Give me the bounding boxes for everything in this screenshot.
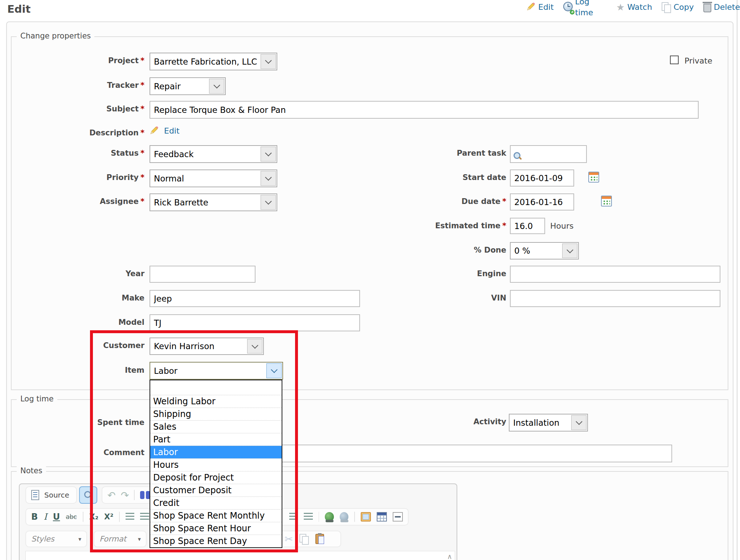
item-dropdown-option[interactable]: Shipping xyxy=(150,408,282,420)
unlink-icon[interactable] xyxy=(340,512,348,522)
bulleted-list-icon[interactable] xyxy=(140,513,149,521)
subject-label: Subject* xyxy=(21,105,144,113)
start-date-input[interactable] xyxy=(510,169,574,187)
horizontal-rule-icon[interactable] xyxy=(393,512,403,522)
calendar-icon[interactable] xyxy=(601,196,612,207)
item-dropdown-option[interactable]: Deposit for Project xyxy=(150,471,282,484)
source-button[interactable]: Source xyxy=(25,486,77,504)
comment-label: Comment xyxy=(21,448,144,457)
item-dropdown-option[interactable]: Part xyxy=(150,433,282,446)
strikethrough-button[interactable]: abc xyxy=(66,513,77,520)
customer-label: Customer xyxy=(21,341,144,350)
action-link-label: Log time xyxy=(575,0,607,18)
vin-input[interactable] xyxy=(510,290,720,307)
notes-editor-content[interactable] xyxy=(25,551,455,560)
find-icon[interactable] xyxy=(140,491,151,499)
delete-action-link[interactable]: Delete xyxy=(703,2,740,13)
styles-combo-label: Styles xyxy=(31,535,54,543)
undo-icon[interactable]: ↶ xyxy=(107,490,116,500)
item-dropdown-option[interactable]: Credit xyxy=(150,496,282,509)
item-dropdown-list: Welding LaborShippingSalesPartLaborHours… xyxy=(150,380,282,548)
item-dropdown-option[interactable]: Shop Space Rent Hour xyxy=(150,522,282,535)
item-dropdown-option[interactable]: Welding Labor xyxy=(150,395,282,408)
activity-select[interactable]: Installation xyxy=(509,414,588,432)
item-dropdown-option[interactable] xyxy=(150,380,282,395)
copy-action-link[interactable]: Copy xyxy=(662,2,694,13)
scroll-up-icon[interactable]: ∧ xyxy=(447,552,452,560)
table-icon[interactable] xyxy=(377,512,387,522)
priority-select[interactable]: Normal xyxy=(150,169,277,187)
priority-select-value: Normal xyxy=(150,174,260,183)
italic-button[interactable]: I xyxy=(44,512,47,522)
item-dropdown-option[interactable]: Shop Space Rent Monthly xyxy=(150,509,282,522)
engine-input[interactable] xyxy=(510,266,720,283)
item-dropdown-option[interactable]: Customer Deposit xyxy=(150,484,282,496)
change-properties-legend: Change properties xyxy=(17,32,94,40)
toolbar-divider xyxy=(83,512,83,522)
source-button-label: Source xyxy=(44,491,69,499)
watch-action-link[interactable]: ★ Watch xyxy=(616,2,652,13)
item-label: Item xyxy=(21,366,144,375)
status-label: Status* xyxy=(21,149,144,158)
superscript-button[interactable]: X² xyxy=(104,512,113,521)
image-icon[interactable] xyxy=(361,512,371,522)
chevron-down-icon[interactable] xyxy=(209,79,224,94)
numbered-list-icon[interactable] xyxy=(126,513,134,521)
model-input[interactable] xyxy=(150,314,360,331)
item-dropdown-option[interactable]: Labor xyxy=(150,446,282,458)
justify-icon[interactable] xyxy=(289,513,298,521)
cut-icon[interactable]: ✂ xyxy=(285,533,293,545)
item-dropdown-option[interactable]: Shop Space Rent Day xyxy=(150,535,282,547)
activity-label: Activity xyxy=(383,417,506,426)
make-input[interactable] xyxy=(150,290,360,307)
project-select-value: Barrette Fabrication, LLC xyxy=(150,57,260,66)
tracker-select[interactable]: Repair xyxy=(150,77,226,95)
styles-combo[interactable]: Styles ▾ xyxy=(25,531,87,547)
year-input[interactable] xyxy=(150,266,255,283)
underline-button[interactable]: U xyxy=(53,512,60,522)
chevron-down-icon[interactable] xyxy=(571,415,586,430)
action-link-label: Watch xyxy=(627,2,652,13)
priority-label: Priority* xyxy=(21,173,144,182)
year-label: Year xyxy=(21,269,144,278)
item-dropdown-option[interactable]: Hours xyxy=(150,458,282,471)
chevron-down-icon[interactable] xyxy=(261,171,276,186)
align-block-icon[interactable] xyxy=(304,513,312,521)
customer-select[interactable]: Kevin Harrison xyxy=(150,338,264,355)
log-time-action-link[interactable]: + Log time xyxy=(563,0,607,18)
due-date-input[interactable] xyxy=(510,193,574,210)
preview-button[interactable] xyxy=(79,486,97,504)
copy-doc-icon[interactable] xyxy=(299,534,309,544)
project-select[interactable]: Barrette Fabrication, LLC xyxy=(150,53,277,70)
redo-icon[interactable]: ↷ xyxy=(121,490,129,500)
status-select[interactable]: Feedback xyxy=(150,145,277,163)
paste-icon[interactable] xyxy=(315,534,324,544)
assignee-select[interactable]: Rick Barrette xyxy=(150,193,277,211)
subscript-button[interactable]: X₂ xyxy=(89,512,98,521)
item-select-value: Labor xyxy=(150,366,266,376)
chevron-down-icon[interactable] xyxy=(266,363,282,378)
chevron-down-icon[interactable] xyxy=(261,54,276,69)
description-edit-link[interactable]: Edit xyxy=(164,126,180,135)
private-checkbox[interactable] xyxy=(670,56,679,64)
spent-time-label: Spent time xyxy=(21,418,144,427)
private-label[interactable]: Private xyxy=(684,56,712,65)
format-combo[interactable]: Format ▾ xyxy=(94,531,147,547)
chevron-down-icon[interactable] xyxy=(247,339,262,353)
status-select-value: Feedback xyxy=(150,150,260,159)
edit-action-link[interactable]: Edit xyxy=(526,2,554,13)
item-dropdown-option[interactable]: Sales xyxy=(150,420,282,433)
done-ratio-select[interactable]: 0 % xyxy=(510,242,579,259)
chevron-down-icon[interactable] xyxy=(261,195,276,210)
estimated-time-input[interactable] xyxy=(510,218,545,234)
link-icon[interactable] xyxy=(325,512,334,522)
chevron-down-icon[interactable] xyxy=(261,147,276,162)
bold-button[interactable]: B xyxy=(31,512,38,522)
calendar-icon[interactable] xyxy=(588,172,599,183)
chevron-down-icon[interactable] xyxy=(562,244,577,258)
toolbar-divider xyxy=(319,512,319,522)
item-select[interactable]: Labor xyxy=(150,362,283,380)
make-label: Make xyxy=(21,294,144,302)
subject-input[interactable] xyxy=(150,101,699,119)
format-combo-label: Format xyxy=(99,535,126,543)
